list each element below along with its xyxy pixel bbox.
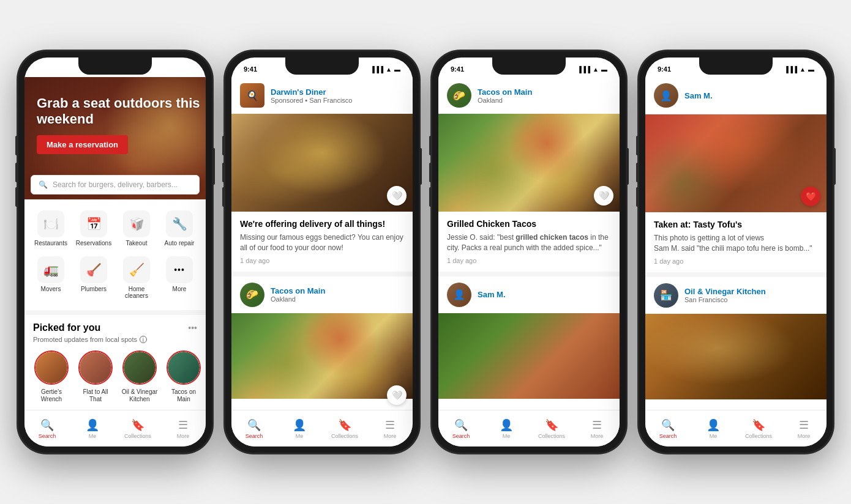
status-icons-4: ▐▐▐ ▲ ▬ [784, 66, 814, 73]
spot-name-3: Oil & Vinegar Kitchen [121, 388, 158, 403]
hero-title: Grab a seat outdoors this weekend [37, 95, 206, 128]
nav-collections-label-3: Collections [538, 433, 565, 439]
battery-icon: ▬ [187, 66, 193, 73]
nav-collections-label-4: Collections [745, 433, 772, 439]
spot-3[interactable]: Oil & Vinegar Kitchen [121, 350, 158, 403]
tacos-name-2[interactable]: Tacos on Main [271, 286, 404, 295]
tacos-card-title-3: Grilled Chicken Tacos [447, 219, 611, 229]
signal-icon: ▐▐▐ [163, 66, 176, 73]
nav-more-icon-3: ☰ [592, 418, 602, 432]
tacos-info-2: Tacos on Main Oakland [271, 286, 404, 303]
tacos-heart-btn-2[interactable]: 🤍 [387, 385, 407, 405]
cat-label-movers: Movers [41, 286, 61, 292]
nav-more-2[interactable]: ☰ More [367, 413, 413, 444]
cat-label-more: More [173, 286, 187, 292]
nav-search-3[interactable]: 🔍 Search [438, 413, 484, 444]
search-placeholder-1: Search for burgers, delivery, barbers... [53, 180, 192, 189]
nav-collections-2[interactable]: 🔖 Collections [322, 413, 367, 444]
nav-more-label-2: More [384, 433, 397, 439]
hero-banner: Grab a seat outdoors this weekend Make a… [24, 77, 206, 199]
nav-collections-icon-1: 🔖 [131, 418, 144, 432]
picked-spots-list: Gertie's Wrench Flat to All That Oil & V… [24, 343, 206, 410]
nav-more-label-1: More [177, 433, 190, 439]
picked-section-header: Picked for you ••• [24, 315, 206, 336]
nav-collections-1[interactable]: 🔖 Collections [115, 413, 160, 444]
battery-icon-4: ▬ [808, 66, 814, 73]
wifi-icon-4: ▲ [800, 66, 806, 73]
darwin-name[interactable]: Darwin's Diner [271, 87, 404, 97]
darwin-card-header: 🍳 Darwin's Diner Sponsored • San Francis… [231, 77, 413, 114]
spot-2[interactable]: Flat to All That [77, 350, 114, 403]
vinegar-card-header: 🏪 Oil & Vinegar Kitchen San Francisco [645, 277, 827, 314]
darwin-avatar: 🍳 [240, 83, 264, 108]
nav-me-4[interactable]: 👤 Me [691, 413, 736, 444]
cat-label-autorepair: Auto repair [165, 240, 195, 246]
tofu-img-container: ❤️ [645, 114, 827, 212]
nav-search-icon-4a: 🔍 [661, 418, 675, 432]
phone-1-content: Grab a seat outdoors this weekend Make a… [24, 77, 206, 447]
nav-more-icon-4: ☰ [799, 418, 809, 432]
nav-me-icon-4: 👤 [707, 418, 720, 432]
nav-collections-3[interactable]: 🔖 Collections [529, 413, 574, 444]
darwin-sub: Sponsored • San Francisco [271, 97, 404, 104]
spot-1[interactable]: Gertie's Wrench [33, 350, 70, 403]
cat-takeout[interactable]: 🥡 Takeout [115, 206, 158, 251]
darwin-heart-btn[interactable]: 🤍 [387, 186, 407, 206]
tofu-heart-btn[interactable]: ❤️ [801, 187, 820, 206]
cat-homecleaners[interactable]: 🧹 Home cleaners [115, 251, 158, 304]
tacos-food-img-3: 🤍 [438, 114, 620, 212]
status-time-1: 9:41 [37, 65, 50, 73]
sam-food-img-3 [438, 313, 620, 399]
darwin-food-img: 🤍 [231, 114, 413, 212]
nav-more-icon-2: ☰ [385, 418, 395, 432]
nav-collections-icon-4: 🔖 [752, 418, 765, 432]
wifi-icon-3: ▲ [593, 66, 599, 73]
signal-icon-2: ▐▐▐ [370, 66, 383, 73]
sam-name-4[interactable]: Sam M. [684, 91, 818, 100]
nav-search-2[interactable]: 🔍 Search [231, 413, 277, 444]
cat-movers[interactable]: 🚛 Movers [29, 251, 72, 304]
sam-name[interactable]: Sam M. [478, 290, 611, 299]
nav-search-1[interactable]: 🔍 Search [24, 413, 70, 444]
tacos-card-body-3: Grilled Chicken Tacos Jessie O. said: "b… [438, 212, 620, 272]
reservation-button[interactable]: Make a reservation [37, 135, 128, 154]
cat-label-takeout: Takeout [126, 240, 147, 246]
tacos-name-3[interactable]: Tacos on Main [478, 87, 611, 97]
vinegar-name[interactable]: Oil & Vinegar Kitchen [684, 287, 818, 296]
nav-me-3[interactable]: 👤 Me [484, 413, 529, 444]
tofu-card-title: Taken at: Tasty Tofu's [654, 220, 818, 229]
spot-4[interactable]: Tacos on Main [165, 350, 202, 403]
cat-plumbers[interactable]: 🪠 Plumbers [72, 251, 115, 304]
cat-autorepair[interactable]: 🔧 Auto repair [158, 206, 201, 251]
more-dots-icon[interactable]: ••• [188, 323, 197, 333]
nav-more-icon-1: ☰ [178, 418, 188, 432]
nav-search-4[interactable]: 🔍 Search [645, 413, 691, 444]
cat-icon-movers: 🚛 [37, 256, 64, 283]
nav-me-2[interactable]: 👤 Me [277, 413, 322, 444]
spot-name-4: Tacos on Main [165, 388, 202, 403]
cat-restaurants[interactable]: 🍽️ Restaurants [29, 206, 72, 251]
sam-info-4: Sam M. [684, 91, 818, 100]
vinegar-sub: San Francisco [684, 296, 818, 303]
cat-icon-reservations: 📅 [80, 210, 107, 237]
status-time-4: 9:41 [658, 65, 671, 73]
phone-3-screen: 9:41 ▐▐▐ ▲ ▬ 🔍 Search for burgers, deliv… [438, 57, 620, 447]
tacos-avatar-3: 🌮 [447, 83, 471, 108]
battery-icon-3: ▬ [601, 66, 607, 73]
bottom-nav-4: 🔍 Search 👤 Me 🔖 Collections ☰ More [645, 410, 827, 447]
nav-more-4[interactable]: ☰ More [781, 413, 827, 444]
cat-reservations[interactable]: 📅 Reservations [72, 206, 115, 251]
nav-me-label-2: Me [296, 433, 304, 439]
tacos-heart-btn-3[interactable]: 🤍 [594, 186, 613, 206]
nav-more-1[interactable]: ☰ More [160, 413, 206, 444]
cat-more[interactable]: ••• More [158, 251, 201, 304]
status-time-2: 9:41 [244, 65, 257, 73]
hero-search-bar[interactable]: 🔍 Search for burgers, delivery, barbers.… [31, 175, 200, 195]
nav-me-icon-3: 👤 [500, 418, 513, 432]
notch-1 [78, 57, 152, 75]
nav-collections-4[interactable]: 🔖 Collections [736, 413, 781, 444]
nav-more-3[interactable]: ☰ More [574, 413, 620, 444]
nav-me-1[interactable]: 👤 Me [70, 413, 115, 444]
tofu-card-desc: This photo is getting a lot of views Sam… [654, 233, 818, 254]
cat-label-plumbers: Plumbers [81, 286, 107, 292]
